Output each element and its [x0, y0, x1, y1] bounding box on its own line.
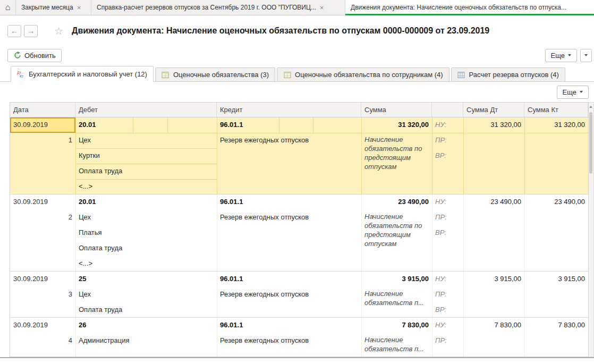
cell-row-number[interactable]: 1 — [10, 133, 75, 148]
cell-debit-account[interactable]: 25 — [75, 272, 217, 287]
cell-tax-label[interactable]: НУ: — [432, 318, 463, 333]
cell-credit-subconto[interactable]: Резерв ежегодных отпусков — [217, 133, 361, 148]
cell-sum-kt[interactable]: 31 320,00 — [524, 117, 588, 133]
grid-icon — [457, 71, 465, 79]
column-header[interactable]: Сумма Дт — [463, 103, 524, 117]
cell-row-number[interactable]: 4 — [10, 333, 75, 349]
cell-row-number[interactable]: 3 — [10, 287, 75, 302]
cell-debit-subconto[interactable]: <...> — [75, 256, 217, 272]
cell-sum-kt[interactable]: 7 830,00 — [524, 318, 588, 333]
column-header[interactable]: Дата — [10, 103, 75, 117]
column-header[interactable]: Сумма Кт — [524, 103, 588, 117]
form-command-bar: Обновить Еще — [0, 46, 594, 64]
tab-accounting-tax[interactable]: Дт Кт Бухгалтерский и налоговый учет (12… — [11, 66, 154, 81]
vertical-scrollbar[interactable] — [589, 102, 594, 357]
column-header[interactable]: Кредит — [217, 103, 361, 117]
cell-debit-subconto[interactable]: Администрация — [75, 333, 217, 349]
window-bottom-border — [0, 357, 594, 358]
table-row[interactable]: 30.09.2019120.01ЦехКурткиОплата труда<..… — [10, 117, 588, 194]
scrollbar-thumb[interactable] — [589, 112, 592, 174]
cell-debit-account[interactable]: 20.01 — [75, 194, 217, 210]
cell-date[interactable]: 30.09.2019 — [10, 117, 75, 133]
more-label: Еще — [563, 88, 576, 96]
cell-sum-kt[interactable]: 3 915,00 — [524, 272, 588, 287]
window-tab-document-movements[interactable]: Движения документа: Начисление оценочных… — [345, 0, 594, 15]
form-chevron-button[interactable] — [580, 49, 592, 62]
cell-debit-subconto[interactable]: Куртки — [75, 148, 217, 164]
table-more-button[interactable]: Еще — [557, 86, 589, 99]
close-tab-icon[interactable]: × — [77, 4, 81, 11]
cell-debit-subconto[interactable]: Цех — [75, 287, 217, 302]
home-button[interactable]: ⌂ — [0, 0, 16, 15]
window-tab-label: Движения документа: Начисление оценочных… — [351, 4, 566, 11]
cell-credit-subconto[interactable]: Резерв ежегодных отпусков — [217, 333, 361, 349]
back-icon: ← — [11, 27, 18, 35]
cell-comment[interactable]: Начисление обязательств п... — [361, 333, 432, 357]
cell-credit-account[interactable]: 96.01.1 — [217, 194, 361, 210]
cell-debit-account[interactable]: 20.01 — [75, 117, 217, 133]
cell-debit-subconto[interactable]: <...> — [75, 179, 217, 194]
cell-amount[interactable]: 3 915,00 — [361, 272, 432, 287]
cell-debit-subconto[interactable]: Оплата труда — [75, 302, 217, 318]
cell-date[interactable]: 30.09.2019 — [10, 194, 75, 210]
cell-sum-kt[interactable]: 23 490,00 — [524, 194, 588, 210]
cell-credit-account[interactable]: 96.01.1 — [217, 318, 361, 333]
cell-row-number[interactable]: 2 — [10, 210, 75, 225]
cell-amount[interactable]: 23 490,00 — [361, 194, 432, 210]
cell-tax-label[interactable]: НУ: — [432, 194, 463, 210]
refresh-button[interactable]: Обновить — [7, 49, 62, 62]
cell-credit-subconto[interactable]: Резерв ежегодных отпусков — [217, 287, 361, 302]
cell-tax-label[interactable]: ПР: — [432, 333, 463, 349]
cell-sum-dt[interactable]: 23 490,00 — [463, 194, 524, 210]
tab-label: Оценочные обязательства по сотрудникам (… — [295, 71, 443, 79]
column-header[interactable]: Сумма — [361, 103, 432, 117]
cell-comment[interactable]: Начисление обязательств по предстоящим о… — [361, 210, 432, 272]
form-more-button[interactable]: Еще — [545, 49, 577, 62]
table-row[interactable]: 30.09.2019220.01ЦехПлатьяОплата труда<..… — [10, 194, 588, 272]
column-header[interactable]: Дебет — [75, 103, 217, 117]
cell-credit-subconto[interactable]: Резерв ежегодных отпусков — [217, 210, 361, 225]
cell-tax-label[interactable]: ПР: — [432, 210, 463, 225]
cell-comment[interactable]: Начисление обязательств п... — [361, 287, 432, 318]
cell-sum-dt[interactable]: 7 830,00 — [463, 318, 524, 333]
cell-debit-subconto[interactable]: Цех — [75, 210, 217, 225]
title-row: ← → ☆ Движения документа: Начисление оце… — [0, 15, 594, 46]
cell-tax-label[interactable]: НУ: — [432, 272, 463, 287]
window-tab-closing-month[interactable]: Закрытие месяца × — [16, 0, 91, 15]
table-row[interactable]: 30.09.2019426Администрация96.01.1Резерв … — [10, 318, 588, 357]
back-button[interactable]: ← — [7, 25, 21, 37]
cell-debit-account[interactable]: 26 — [75, 318, 217, 333]
cell-date[interactable]: 30.09.2019 — [10, 318, 75, 333]
cell-tax-label[interactable]: ПР: — [432, 133, 463, 148]
scrollbar-up-arrow-icon[interactable] — [589, 106, 592, 108]
window-tab-reserve-report[interactable]: Справка-расчет резервов отпусков за Сент… — [91, 0, 345, 15]
column-header[interactable] — [432, 103, 463, 117]
cell-comment[interactable]: Начисление обязательств по предстоящим о… — [361, 133, 432, 194]
cell-amount[interactable]: 31 320,00 — [361, 117, 432, 133]
cell-tax-label[interactable]: НУ: — [432, 117, 463, 133]
favorite-star-icon[interactable]: ☆ — [54, 26, 63, 36]
cell-debit-subconto[interactable]: Оплата труда — [75, 241, 217, 256]
cell-credit-account[interactable]: 96.01.1 — [217, 272, 361, 287]
tab-liabilities-by-employees[interactable]: Оценочные обязательства по сотрудникам (… — [277, 67, 449, 81]
cell-debit-subconto[interactable]: Платья — [75, 225, 217, 241]
close-tab-icon[interactable]: × — [320, 4, 324, 11]
cell-tax-label[interactable]: ВР: — [432, 225, 463, 241]
cell-amount[interactable]: 7 830,00 — [361, 318, 432, 333]
cell-tax-label[interactable]: ВР: — [432, 148, 463, 164]
cell-date[interactable]: 30.09.2019 — [10, 272, 75, 287]
cell-debit-subconto[interactable]: Оплата труда — [75, 164, 217, 179]
tab-vacation-reserve-calc[interactable]: Расчет резерва отпусков (4) — [451, 67, 565, 81]
table-row[interactable]: 30.09.2019325ЦехОплата труда96.01.1Резер… — [10, 272, 588, 318]
cell-sum-dt[interactable]: 31 320,00 — [463, 117, 524, 133]
cell-tax-label[interactable]: ВР: — [432, 302, 463, 318]
cell-debit-subconto[interactable]: Цех — [75, 133, 217, 148]
cell-sum-dt[interactable]: 3 915,00 — [463, 272, 524, 287]
cell-credit-account[interactable]: 96.01.1 — [217, 117, 361, 133]
forward-button[interactable]: → — [24, 25, 38, 37]
table-command-bar: Еще — [0, 82, 594, 102]
window-tab-label: Справка-расчет резервов отпусков за Сент… — [97, 4, 316, 11]
window-tab-bar: ⌂ Закрытие месяца × Справка-расчет резер… — [0, 0, 594, 15]
cell-tax-label[interactable]: ПР: — [432, 287, 463, 302]
tab-estimated-liabilities[interactable]: Оценочные обязательства (3) — [155, 67, 275, 81]
